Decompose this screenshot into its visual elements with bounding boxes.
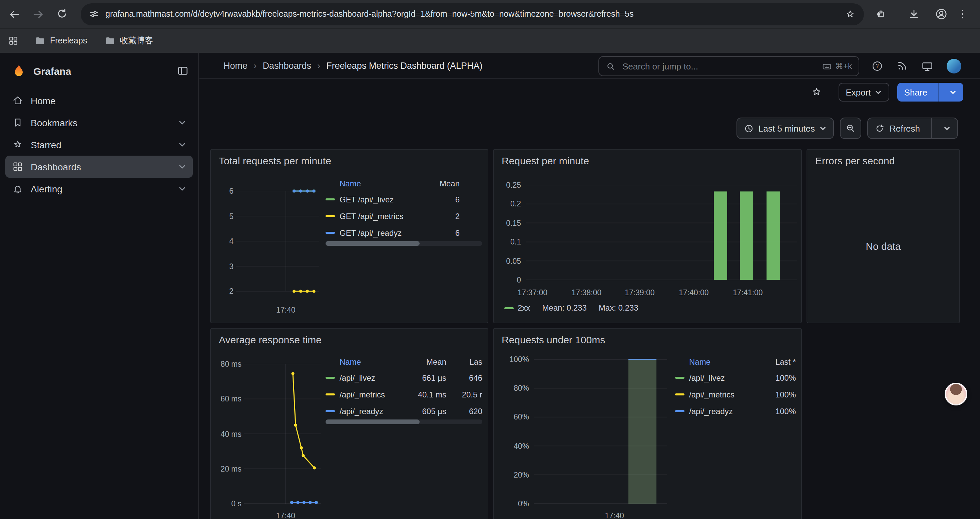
- dock-menu-icon[interactable]: [177, 65, 189, 77]
- legend-series[interactable]: /api/_livez: [675, 369, 753, 386]
- share-menu-chevron-icon[interactable]: [943, 83, 963, 102]
- legend-col-name[interactable]: Name: [326, 355, 405, 369]
- legend-series[interactable]: /api/_metrics: [675, 386, 753, 403]
- series-color-swatch: [675, 377, 684, 379]
- forward-icon: [32, 8, 45, 21]
- panel-title[interactable]: Average response time: [219, 334, 321, 345]
- panel-title[interactable]: Total requests per minute: [219, 155, 331, 166]
- chart-plot[interactable]: [236, 186, 319, 296]
- legend-table: Name Mean Las /api/_livez 661 µs 646 /ap…: [326, 355, 482, 420]
- legend-value: 661 µs: [405, 369, 446, 386]
- series-color-swatch: [326, 410, 335, 412]
- legend-series[interactable]: GET /api/_readyz: [326, 224, 420, 241]
- y-axis-labels: 80 ms60 ms40 ms20 ms0 s: [216, 359, 242, 508]
- grafana-app: Grafana Home Bookmarks Starred: [0, 53, 980, 519]
- time-range-picker[interactable]: Last 5 minutes: [737, 118, 834, 139]
- url-bar[interactable]: grafana.mathmast.com/d/deytv4rwavabkb/fr…: [81, 3, 864, 25]
- reload-icon: [56, 8, 68, 20]
- panel-title[interactable]: Request per minute: [502, 155, 589, 166]
- share-button[interactable]: Share: [897, 83, 963, 102]
- user-avatar[interactable]: [947, 58, 961, 73]
- x-axis-labels: 17:37:0017:38:0017:39:0017:40:0017:41:00: [526, 289, 797, 298]
- legend-col-mean[interactable]: Mean: [405, 355, 446, 369]
- bookmark-star-icon[interactable]: [845, 8, 856, 20]
- x-axis-labels: 17:40: [244, 512, 321, 519]
- chart-plot[interactable]: [534, 355, 667, 508]
- rss-icon[interactable]: [897, 60, 908, 72]
- legend-series-label[interactable]: 2xx: [518, 303, 530, 313]
- legend-value: 620: [446, 403, 482, 420]
- refresh-main[interactable]: Refresh: [868, 118, 927, 138]
- legend-col-last[interactable]: Las: [446, 355, 482, 369]
- sidebar-item-starred[interactable]: Starred: [5, 134, 193, 156]
- series-color-swatch: [675, 410, 684, 412]
- legend-col-name[interactable]: Name: [326, 176, 420, 191]
- extensions-icon[interactable]: [875, 8, 886, 20]
- panel-title[interactable]: Errors per second: [815, 155, 895, 166]
- breadcrumb-home[interactable]: Home: [223, 61, 248, 70]
- legend-series[interactable]: /api/_readyz: [326, 403, 405, 420]
- sidebar-item-dashboards[interactable]: Dashboards: [5, 156, 193, 178]
- bookmark-label: Freeleaps: [50, 36, 87, 45]
- grafana-logo-icon[interactable]: [11, 63, 27, 79]
- series-color-swatch: [326, 198, 335, 200]
- help-icon[interactable]: ?: [871, 60, 883, 72]
- reload-button[interactable]: [52, 4, 72, 24]
- apps-grid-icon[interactable]: [8, 35, 19, 46]
- refresh-button[interactable]: Refresh: [868, 118, 958, 139]
- bookmark-item[interactable]: Freeleaps: [28, 33, 94, 49]
- back-button[interactable]: [4, 4, 24, 24]
- chevron-down-icon[interactable]: [178, 163, 186, 171]
- browser-menu-icon[interactable]: ⋮: [957, 9, 968, 19]
- monitor-icon[interactable]: [921, 60, 933, 72]
- breadcrumb-dashboards[interactable]: Dashboards: [262, 61, 311, 70]
- breadcrumb-separator: ›: [253, 60, 256, 71]
- legend-value: 6: [420, 224, 482, 241]
- legend-col-name[interactable]: Name: [675, 355, 753, 369]
- legend-series[interactable]: /api/_readyz: [675, 403, 753, 420]
- legend-scrollbar[interactable]: [326, 241, 482, 246]
- legend-max: Max: 0.233: [599, 303, 638, 313]
- chevron-down-icon[interactable]: [178, 141, 186, 149]
- legend-series[interactable]: /api/_metrics: [326, 386, 405, 403]
- search-input[interactable]: [621, 61, 816, 72]
- series-color-swatch: [326, 232, 335, 234]
- legend-series[interactable]: GET /api/_livez: [326, 191, 420, 208]
- chart-plot[interactable]: [244, 359, 321, 508]
- sidebar-item-bookmarks[interactable]: Bookmarks: [5, 112, 193, 134]
- sidebar: Grafana Home Bookmarks Starred: [0, 53, 199, 519]
- zoom-out-button[interactable]: [840, 118, 862, 139]
- sidebar-item-alerting[interactable]: Alerting: [5, 178, 193, 200]
- forward-button[interactable]: [28, 4, 48, 24]
- button-divider: [938, 83, 939, 102]
- panel-title[interactable]: Requests under 100ms: [502, 334, 605, 345]
- legend-mean: Mean: 0.233: [542, 303, 586, 313]
- legend-row[interactable]: 2xx Mean: 0.233 Max: 0.233: [504, 303, 638, 313]
- floating-avatar[interactable]: [945, 383, 967, 406]
- brand-name: Grafana: [33, 65, 177, 77]
- legend-col-mean[interactable]: Mean: [420, 176, 482, 191]
- bookmark-item[interactable]: 收藏博客: [98, 32, 160, 49]
- site-info-icon[interactable]: [89, 9, 99, 19]
- scrollbar-thumb[interactable]: [326, 420, 420, 424]
- legend-series[interactable]: GET /api/_metrics: [326, 208, 420, 224]
- profile-icon[interactable]: [935, 7, 948, 21]
- search-box[interactable]: ⌘+k: [598, 56, 859, 76]
- legend-col-last[interactable]: Last *: [753, 355, 796, 369]
- chevron-down-icon[interactable]: [178, 118, 186, 126]
- legend-scrollbar[interactable]: [326, 420, 482, 424]
- export-button[interactable]: Export: [838, 83, 889, 102]
- dashboard-actions: Export Share: [199, 79, 980, 105]
- favorite-star-icon[interactable]: [810, 86, 822, 98]
- legend-series[interactable]: /api/_livez: [326, 369, 405, 386]
- download-icon[interactable]: [908, 8, 920, 20]
- chart-plot[interactable]: [526, 180, 797, 284]
- sidebar-item-home[interactable]: Home: [5, 89, 193, 112]
- share-label[interactable]: Share: [897, 83, 934, 102]
- scrollbar-thumb[interactable]: [326, 241, 420, 246]
- refresh-interval-chevron-icon[interactable]: [937, 118, 957, 138]
- bookmarks-bar: Freeleaps 收藏博客: [0, 28, 980, 53]
- chevron-down-icon[interactable]: [178, 185, 186, 193]
- url-text[interactable]: grafana.mathmast.com/d/deytv4rwavabkb/fr…: [105, 10, 839, 19]
- topnav-icons: ?: [871, 53, 961, 79]
